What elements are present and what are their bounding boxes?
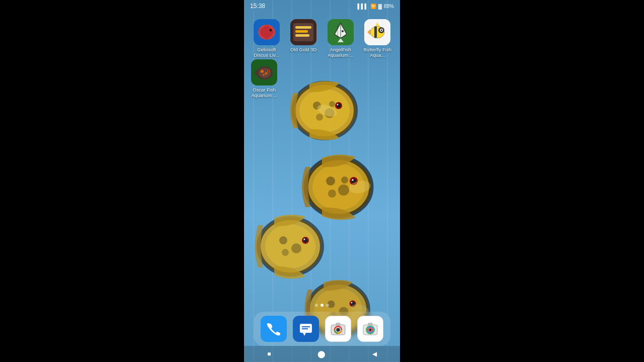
svg-point-50 xyxy=(326,176,335,186)
app-icon-butterfly[interactable]: Butterfly Fish Aqua... xyxy=(360,19,395,58)
page-dot-1 xyxy=(315,304,318,307)
app-grid-row2: Oscar Fish Aquarium ... xyxy=(249,59,279,99)
svg-point-31 xyxy=(261,70,264,73)
svg-point-53 xyxy=(341,176,348,184)
oldgold-icon-img xyxy=(290,19,316,45)
svg-point-60 xyxy=(265,224,315,268)
svg-point-3 xyxy=(269,29,272,32)
nav-recent-button[interactable]: ■ xyxy=(262,348,276,359)
angelfish-icon-img xyxy=(328,19,354,45)
dock xyxy=(254,312,390,346)
oscar-label: Oscar Fish Aquarium ... xyxy=(249,87,279,99)
svg-point-63 xyxy=(282,249,289,256)
fish-bg-1 xyxy=(284,78,365,143)
discus-label: Geliosoft Discus Liv... xyxy=(252,47,282,58)
svg-point-52 xyxy=(328,190,336,198)
butterfly-icon-img xyxy=(364,19,390,45)
dock-phone-button[interactable] xyxy=(261,316,287,342)
status-time: 15:38 xyxy=(250,3,265,10)
page-dots xyxy=(315,304,329,307)
page-dot-2 xyxy=(320,304,324,307)
app-icon-oscar[interactable]: Oscar Fish Aquarium ... xyxy=(249,59,279,99)
svg-point-2 xyxy=(260,27,273,38)
app-icon-oldgold[interactable]: Old Gold 3D xyxy=(286,19,321,58)
battery-percent: 88% xyxy=(384,4,394,9)
app-grid-row1: Geliosoft Discus Liv... Old Gold 3D xyxy=(244,15,400,62)
oldgold-label: Old Gold 3D xyxy=(290,47,316,52)
svg-point-76 xyxy=(351,302,353,304)
fish-bg-3 xyxy=(249,211,332,282)
svg-rect-21 xyxy=(374,26,377,38)
dock-area xyxy=(244,304,400,346)
page-dot-3 xyxy=(326,304,329,307)
svg-point-42 xyxy=(329,101,335,107)
svg-point-87 xyxy=(337,329,339,331)
svg-point-33 xyxy=(263,74,265,76)
nav-bar: ■ ⬤ ◀ xyxy=(244,346,400,362)
svg-rect-9 xyxy=(295,30,308,33)
dock-messages-button[interactable] xyxy=(293,316,319,342)
app-icon-angelfish[interactable]: AngelFish Aquarium ... xyxy=(323,19,358,58)
nav-home-button[interactable]: ⬤ xyxy=(312,348,331,360)
svg-point-30 xyxy=(259,68,271,78)
status-icons: ▌▌▌ 🛜 ▓ 88% xyxy=(357,4,394,9)
svg-point-95 xyxy=(369,329,372,331)
svg-point-18 xyxy=(343,31,343,31)
svg-rect-96 xyxy=(368,323,373,326)
svg-marker-81 xyxy=(303,333,306,336)
wifi-icon: 🛜 xyxy=(370,4,376,9)
phone-screen: 15:38 ▌▌▌ 🛜 ▓ 88% G xyxy=(244,0,400,362)
angelfish-label: AngelFish Aquarium ... xyxy=(326,47,356,58)
svg-point-17 xyxy=(342,30,344,32)
svg-rect-10 xyxy=(295,34,309,37)
oscar-icon-img xyxy=(251,59,277,85)
svg-point-46 xyxy=(337,104,339,106)
svg-point-62 xyxy=(291,243,301,253)
svg-point-61 xyxy=(279,236,287,244)
right-sidebar xyxy=(400,0,644,362)
app-icon-discus[interactable]: Geliosoft Discus Liv... xyxy=(249,19,284,58)
dock-camera1-button[interactable] xyxy=(325,316,351,342)
signal-icon: ▌▌▌ xyxy=(357,4,368,9)
left-sidebar xyxy=(0,0,244,362)
svg-rect-8 xyxy=(295,26,311,29)
svg-point-57 xyxy=(352,179,354,181)
svg-point-41 xyxy=(316,114,323,121)
svg-point-51 xyxy=(338,185,349,196)
battery-icon: ▓ xyxy=(378,4,382,9)
svg-point-67 xyxy=(304,239,305,240)
svg-point-32 xyxy=(265,72,268,75)
svg-point-35 xyxy=(268,70,269,71)
nav-back-button[interactable]: ◀ xyxy=(367,348,382,359)
discus-icon-img xyxy=(254,19,280,45)
butterfly-label: Butterfly Fish Aqua... xyxy=(362,47,392,58)
svg-rect-88 xyxy=(336,323,341,326)
dock-camera2-button[interactable] xyxy=(357,316,383,342)
status-bar: 15:38 ▌▌▌ 🛜 ▓ 88% xyxy=(244,0,400,12)
svg-point-24 xyxy=(381,30,382,31)
